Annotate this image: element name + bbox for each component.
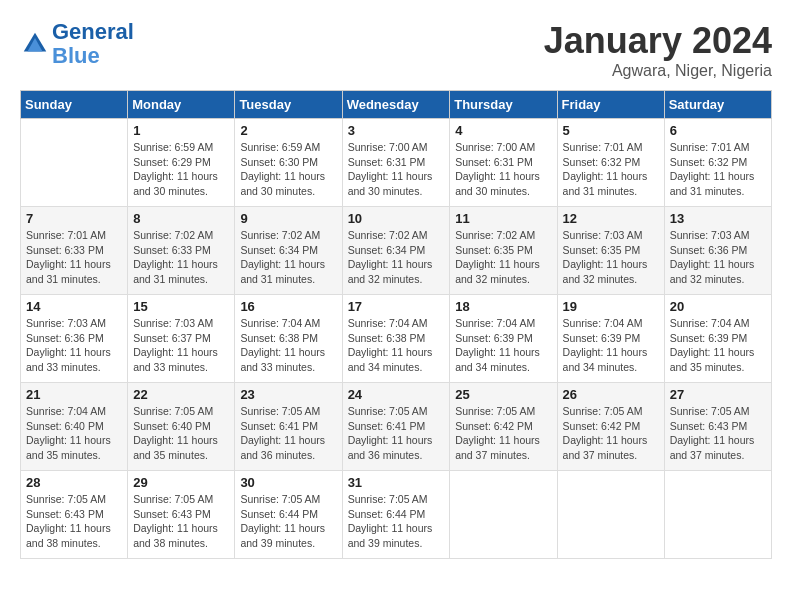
calendar-cell (450, 471, 557, 559)
day-number: 31 (348, 475, 445, 490)
day-number: 29 (133, 475, 229, 490)
calendar-cell: 3Sunrise: 7:00 AM Sunset: 6:31 PM Daylig… (342, 119, 450, 207)
calendar-cell: 5Sunrise: 7:01 AM Sunset: 6:32 PM Daylig… (557, 119, 664, 207)
week-row-3: 14Sunrise: 7:03 AM Sunset: 6:36 PM Dayli… (21, 295, 772, 383)
day-info: Sunrise: 7:01 AM Sunset: 6:32 PM Dayligh… (563, 140, 659, 199)
day-info: Sunrise: 7:05 AM Sunset: 6:40 PM Dayligh… (133, 404, 229, 463)
calendar-cell: 16Sunrise: 7:04 AM Sunset: 6:38 PM Dayli… (235, 295, 342, 383)
day-info: Sunrise: 7:04 AM Sunset: 6:40 PM Dayligh… (26, 404, 122, 463)
day-info: Sunrise: 6:59 AM Sunset: 6:30 PM Dayligh… (240, 140, 336, 199)
calendar-cell: 11Sunrise: 7:02 AM Sunset: 6:35 PM Dayli… (450, 207, 557, 295)
col-header-wednesday: Wednesday (342, 91, 450, 119)
day-info: Sunrise: 7:03 AM Sunset: 6:36 PM Dayligh… (26, 316, 122, 375)
week-row-5: 28Sunrise: 7:05 AM Sunset: 6:43 PM Dayli… (21, 471, 772, 559)
day-info: Sunrise: 7:03 AM Sunset: 6:36 PM Dayligh… (670, 228, 766, 287)
calendar-cell: 27Sunrise: 7:05 AM Sunset: 6:43 PM Dayli… (664, 383, 771, 471)
day-info: Sunrise: 7:05 AM Sunset: 6:43 PM Dayligh… (133, 492, 229, 551)
day-info: Sunrise: 7:04 AM Sunset: 6:39 PM Dayligh… (455, 316, 551, 375)
day-info: Sunrise: 7:05 AM Sunset: 6:43 PM Dayligh… (670, 404, 766, 463)
col-header-monday: Monday (128, 91, 235, 119)
day-info: Sunrise: 7:00 AM Sunset: 6:31 PM Dayligh… (455, 140, 551, 199)
calendar-cell: 22Sunrise: 7:05 AM Sunset: 6:40 PM Dayli… (128, 383, 235, 471)
header-row: SundayMondayTuesdayWednesdayThursdayFrid… (21, 91, 772, 119)
day-number: 2 (240, 123, 336, 138)
day-number: 28 (26, 475, 122, 490)
day-info: Sunrise: 7:05 AM Sunset: 6:42 PM Dayligh… (563, 404, 659, 463)
day-info: Sunrise: 7:05 AM Sunset: 6:43 PM Dayligh… (26, 492, 122, 551)
calendar-table: SundayMondayTuesdayWednesdayThursdayFrid… (20, 90, 772, 559)
day-number: 7 (26, 211, 122, 226)
day-info: Sunrise: 7:01 AM Sunset: 6:32 PM Dayligh… (670, 140, 766, 199)
day-number: 6 (670, 123, 766, 138)
day-number: 27 (670, 387, 766, 402)
calendar-cell: 29Sunrise: 7:05 AM Sunset: 6:43 PM Dayli… (128, 471, 235, 559)
location: Agwara, Niger, Nigeria (544, 62, 772, 80)
calendar-cell: 21Sunrise: 7:04 AM Sunset: 6:40 PM Dayli… (21, 383, 128, 471)
calendar-cell: 17Sunrise: 7:04 AM Sunset: 6:38 PM Dayli… (342, 295, 450, 383)
calendar-cell: 18Sunrise: 7:04 AM Sunset: 6:39 PM Dayli… (450, 295, 557, 383)
day-number: 19 (563, 299, 659, 314)
calendar-cell: 8Sunrise: 7:02 AM Sunset: 6:33 PM Daylig… (128, 207, 235, 295)
calendar-cell: 30Sunrise: 7:05 AM Sunset: 6:44 PM Dayli… (235, 471, 342, 559)
day-number: 4 (455, 123, 551, 138)
calendar-cell: 6Sunrise: 7:01 AM Sunset: 6:32 PM Daylig… (664, 119, 771, 207)
calendar-cell: 25Sunrise: 7:05 AM Sunset: 6:42 PM Dayli… (450, 383, 557, 471)
week-row-2: 7Sunrise: 7:01 AM Sunset: 6:33 PM Daylig… (21, 207, 772, 295)
day-number: 14 (26, 299, 122, 314)
month-title: January 2024 (544, 20, 772, 62)
week-row-4: 21Sunrise: 7:04 AM Sunset: 6:40 PM Dayli… (21, 383, 772, 471)
day-info: Sunrise: 7:02 AM Sunset: 6:35 PM Dayligh… (455, 228, 551, 287)
day-info: Sunrise: 7:00 AM Sunset: 6:31 PM Dayligh… (348, 140, 445, 199)
day-info: Sunrise: 7:04 AM Sunset: 6:39 PM Dayligh… (670, 316, 766, 375)
week-row-1: 1Sunrise: 6:59 AM Sunset: 6:29 PM Daylig… (21, 119, 772, 207)
day-info: Sunrise: 7:04 AM Sunset: 6:38 PM Dayligh… (240, 316, 336, 375)
calendar-cell: 31Sunrise: 7:05 AM Sunset: 6:44 PM Dayli… (342, 471, 450, 559)
day-number: 8 (133, 211, 229, 226)
calendar-cell: 12Sunrise: 7:03 AM Sunset: 6:35 PM Dayli… (557, 207, 664, 295)
page-header: General Blue January 2024 Agwara, Niger,… (20, 20, 772, 80)
day-number: 23 (240, 387, 336, 402)
calendar-cell: 2Sunrise: 6:59 AM Sunset: 6:30 PM Daylig… (235, 119, 342, 207)
day-number: 12 (563, 211, 659, 226)
day-number: 1 (133, 123, 229, 138)
logo-icon (20, 29, 50, 59)
day-info: Sunrise: 7:05 AM Sunset: 6:44 PM Dayligh… (348, 492, 445, 551)
calendar-cell: 23Sunrise: 7:05 AM Sunset: 6:41 PM Dayli… (235, 383, 342, 471)
day-info: Sunrise: 7:05 AM Sunset: 6:41 PM Dayligh… (348, 404, 445, 463)
calendar-cell (664, 471, 771, 559)
calendar-cell: 19Sunrise: 7:04 AM Sunset: 6:39 PM Dayli… (557, 295, 664, 383)
day-number: 21 (26, 387, 122, 402)
calendar-cell: 13Sunrise: 7:03 AM Sunset: 6:36 PM Dayli… (664, 207, 771, 295)
day-info: Sunrise: 7:02 AM Sunset: 6:33 PM Dayligh… (133, 228, 229, 287)
calendar-cell: 4Sunrise: 7:00 AM Sunset: 6:31 PM Daylig… (450, 119, 557, 207)
day-info: Sunrise: 7:03 AM Sunset: 6:37 PM Dayligh… (133, 316, 229, 375)
calendar-cell: 15Sunrise: 7:03 AM Sunset: 6:37 PM Dayli… (128, 295, 235, 383)
calendar-cell: 20Sunrise: 7:04 AM Sunset: 6:39 PM Dayli… (664, 295, 771, 383)
day-number: 9 (240, 211, 336, 226)
logo-text: General Blue (52, 20, 134, 68)
day-info: Sunrise: 7:05 AM Sunset: 6:42 PM Dayligh… (455, 404, 551, 463)
calendar-cell: 24Sunrise: 7:05 AM Sunset: 6:41 PM Dayli… (342, 383, 450, 471)
day-info: Sunrise: 7:05 AM Sunset: 6:44 PM Dayligh… (240, 492, 336, 551)
calendar-cell: 14Sunrise: 7:03 AM Sunset: 6:36 PM Dayli… (21, 295, 128, 383)
logo: General Blue (20, 20, 134, 68)
day-number: 26 (563, 387, 659, 402)
calendar-cell (21, 119, 128, 207)
col-header-tuesday: Tuesday (235, 91, 342, 119)
calendar-cell: 26Sunrise: 7:05 AM Sunset: 6:42 PM Dayli… (557, 383, 664, 471)
day-info: Sunrise: 7:04 AM Sunset: 6:38 PM Dayligh… (348, 316, 445, 375)
day-info: Sunrise: 7:02 AM Sunset: 6:34 PM Dayligh… (240, 228, 336, 287)
calendar-cell: 7Sunrise: 7:01 AM Sunset: 6:33 PM Daylig… (21, 207, 128, 295)
col-header-thursday: Thursday (450, 91, 557, 119)
day-number: 10 (348, 211, 445, 226)
day-number: 16 (240, 299, 336, 314)
calendar-cell (557, 471, 664, 559)
title-area: January 2024 Agwara, Niger, Nigeria (544, 20, 772, 80)
col-header-saturday: Saturday (664, 91, 771, 119)
day-number: 20 (670, 299, 766, 314)
day-info: Sunrise: 7:01 AM Sunset: 6:33 PM Dayligh… (26, 228, 122, 287)
day-number: 17 (348, 299, 445, 314)
col-header-sunday: Sunday (21, 91, 128, 119)
day-number: 15 (133, 299, 229, 314)
day-info: Sunrise: 7:04 AM Sunset: 6:39 PM Dayligh… (563, 316, 659, 375)
